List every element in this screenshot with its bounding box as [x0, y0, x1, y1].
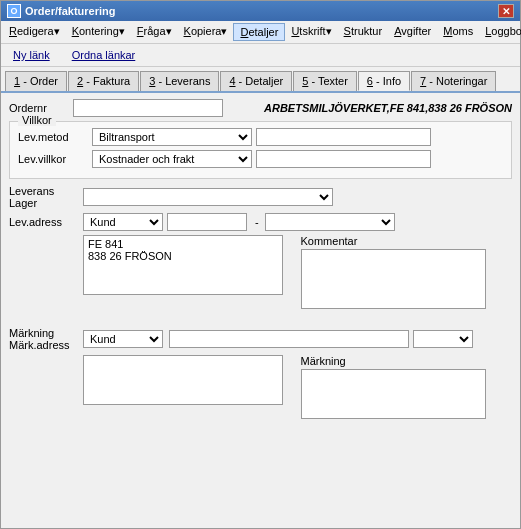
lev-metod-text-input[interactable]: Biltransport — [256, 128, 431, 146]
addr-left: FE 841 838 26 FRÖSON — [83, 235, 295, 311]
lev-metod-label: Lev.metod — [18, 131, 88, 143]
lev-lager-section: Leverans Lager Lev.adress Kund Annan 202… — [9, 185, 512, 311]
mark-adress-label: Märk.adress — [9, 339, 79, 351]
lager-select[interactable] — [83, 188, 333, 206]
lev-metod-row: Lev.metod Biltransport Post Flyg Biltran… — [18, 128, 503, 146]
tab-detaljer[interactable]: 4 - Detaljer — [220, 71, 292, 91]
lev-adress-row: Lev.adress Kund Annan 2021002148 - — [9, 213, 512, 231]
lev-lager-labels: Leverans Lager — [9, 185, 79, 209]
menu-bar: Redigera▾ Kontering▾ Fråga▾ Kopiera▾ Det… — [1, 21, 520, 44]
mark-adress-row: Märkning Märk.adress Kund Annan — [9, 327, 512, 351]
mark-adress-right-select[interactable] — [413, 330, 473, 348]
lager-label: Lager — [9, 197, 79, 209]
ny-lank-button[interactable]: Ny länk — [5, 47, 58, 63]
lev-adress-number-input[interactable]: 2021002148 — [167, 213, 247, 231]
lev-villkor-label: Lev.villkor — [18, 153, 88, 165]
lev-adress-dash: - — [255, 216, 259, 228]
villkor-section-label: Villkor — [18, 114, 56, 126]
menu-struktur[interactable]: Struktur — [338, 23, 389, 41]
mark-left-textarea[interactable] — [83, 355, 283, 405]
marking-bottom-section: Märkning — [83, 355, 512, 421]
marking-left-labels: Märkning Märk.adress — [9, 327, 79, 351]
menu-detaljer[interactable]: Detaljer — [233, 23, 285, 41]
window-icon: O — [7, 4, 21, 18]
kommentar-label: Kommentar — [301, 235, 513, 247]
address-textarea[interactable]: FE 841 838 26 FRÖSON — [83, 235, 283, 295]
lev-adress-right-select[interactable] — [265, 213, 395, 231]
marking-section: Märkning Märk.adress Kund Annan Märkning — [9, 327, 512, 421]
main-window: O Order/fakturering ✕ Redigera▾ Konterin… — [0, 0, 521, 529]
lev-villkor-row: Lev.villkor Kostnader och frakt Fritt le… — [18, 150, 503, 168]
marking-bottom-label: Märkning — [301, 355, 513, 367]
ordernr-row: Ordernr ARBETSMILJÖVERKET,FE 841,838 26 … — [9, 99, 512, 117]
window-title: Order/fakturering — [25, 5, 494, 17]
menu-fraga[interactable]: Fråga▾ — [131, 23, 178, 41]
menu-redigera[interactable]: Redigera▾ — [3, 23, 66, 41]
lev-lager-row: Leverans Lager — [9, 185, 512, 209]
mark-right-textarea[interactable] — [301, 369, 486, 419]
lev-metod-select[interactable]: Biltransport Post Flyg — [92, 128, 252, 146]
close-button[interactable]: ✕ — [498, 4, 514, 18]
tab-faktura[interactable]: 2 - Faktura — [68, 71, 139, 91]
menu-kopiera[interactable]: Kopiera▾ — [178, 23, 234, 41]
content-area: Ordernr ARBETSMILJÖVERKET,FE 841,838 26 … — [1, 93, 520, 528]
ordernr-display: ARBETSMILJÖVERKET,FE 841,838 26 FRÖSON — [264, 102, 512, 114]
menu-moms[interactable]: Moms — [437, 23, 479, 41]
tab-order[interactable]: 1 - Order — [5, 71, 67, 91]
comment-textarea[interactable] — [301, 249, 486, 309]
leverans-label: Leverans — [9, 185, 79, 197]
mark-left — [83, 355, 295, 421]
addr-right: Kommentar — [301, 235, 513, 311]
mark-adress-select[interactable]: Kund Annan — [83, 330, 163, 348]
tab-texter[interactable]: 5 - Texter — [293, 71, 357, 91]
menu-avgifter[interactable]: Avgifter — [388, 23, 437, 41]
lev-adress-select[interactable]: Kund Annan — [83, 213, 163, 231]
mark-adress-input[interactable] — [169, 330, 409, 348]
menu-utskrift[interactable]: Utskrift▾ — [285, 23, 337, 41]
villkor-section: Villkor Lev.metod Biltransport Post Flyg… — [9, 121, 512, 179]
lev-villkor-select[interactable]: Kostnader och frakt Fritt levererat Frak… — [92, 150, 252, 168]
lev-adress-label: Lev.adress — [9, 216, 79, 228]
tab-info[interactable]: 6 - Info — [358, 71, 410, 91]
marking-label: Märkning — [9, 327, 79, 339]
ordernr-label: Ordernr — [9, 102, 69, 114]
addr-comment-section: FE 841 838 26 FRÖSON Kommentar — [83, 235, 512, 311]
ordna-lankar-button[interactable]: Ordna länkar — [64, 47, 144, 63]
spacer1 — [9, 315, 512, 323]
tab-noteringar[interactable]: 7 - Noteringar — [411, 71, 496, 91]
title-bar: O Order/fakturering ✕ — [1, 1, 520, 21]
tab-leverans[interactable]: 3 - Leverans — [140, 71, 219, 91]
tabs-row: 1 - Order 2 - Faktura 3 - Leverans 4 - D… — [1, 67, 520, 93]
menu-loggbo[interactable]: Loggbo — [479, 23, 521, 41]
mark-right: Märkning — [301, 355, 513, 421]
ordernr-input[interactable] — [73, 99, 223, 117]
lev-villkor-text-input[interactable]: Kostnader och frakt — [256, 150, 431, 168]
toolbar: Ny länk Ordna länkar — [1, 44, 520, 67]
menu-kontering[interactable]: Kontering▾ — [66, 23, 131, 41]
